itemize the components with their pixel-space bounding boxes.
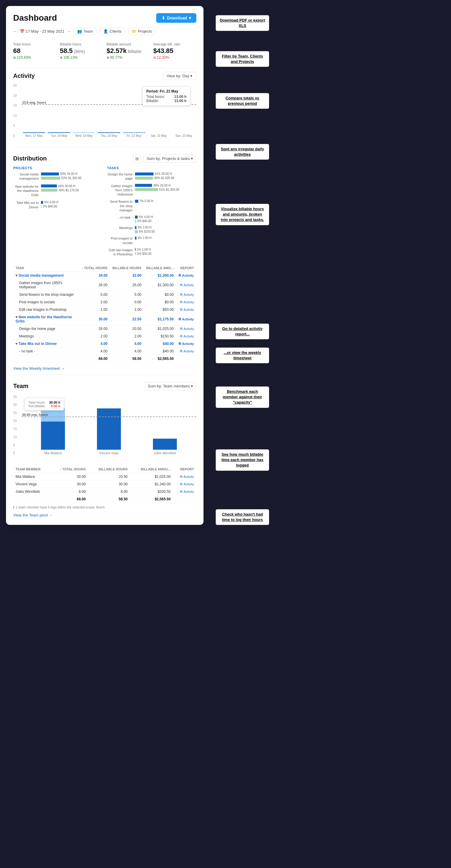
bar-3[interactable]	[98, 132, 120, 133]
bar-1[interactable]	[47, 132, 70, 133]
metric-card-3: Average bill. rate $43.85 ⊖ 12.32%	[153, 41, 196, 61]
bar-2[interactable]	[73, 132, 95, 133]
projects-filter[interactable]: 📁 Projects	[128, 28, 156, 35]
info-icon: ℹ	[13, 505, 14, 509]
nav-bar: ← 📅 17 May - 23 May 2021 → 👥 Team 👤 Clie…	[13, 28, 196, 35]
group-billable-2: 4.00	[110, 340, 143, 347]
team-bar-bottom-1	[97, 408, 121, 450]
task-item-2: Send flowers to the shop manager 7% 5.00…	[107, 199, 196, 212]
group-row-1: ▾New website for the Hawthorne Grills 30…	[13, 313, 196, 325]
task-bars-5: 3% 2.00 H	[135, 236, 196, 241]
task-light-bar-3	[135, 220, 136, 223]
task-item-1: Gather images from 1950's Hollywood 38% …	[107, 184, 196, 197]
task-name-3: - no task -	[107, 215, 133, 219]
row-activity-0-3: ⊞Activity	[176, 306, 196, 313]
projects-icon: 📁	[132, 29, 136, 34]
ann-who-hasnt[interactable]: Check who hasn't had time to log their h…	[216, 509, 269, 525]
row-activity-0-2: ⊞Activity	[176, 298, 196, 306]
team-pivot-link[interactable]: View the Team pivot →	[13, 513, 53, 517]
bar-group-4: Fri, 21 May	[123, 132, 145, 137]
row-name-1-0: Design the home page	[13, 325, 79, 332]
grid-icon[interactable]: ⊞	[133, 155, 141, 163]
table-row: Edit raw images in Photoshop 1.00 1.00 $…	[13, 306, 196, 313]
project-item-2: Take Mia out to Dinner 6% 4.00 H 2% $40.…	[13, 200, 102, 209]
tooltip-row: Billable:13.00 h	[146, 99, 187, 103]
dist-charts: PROJECTS Social media management 50% 34.…	[13, 166, 196, 259]
task-light-bar-1	[135, 188, 158, 191]
team-sum-by-button[interactable]: Sum by: Team members ▾	[144, 382, 196, 390]
row-total-0-0: 26.00	[79, 279, 110, 291]
download-icon: ⬇	[162, 16, 165, 20]
y-label: 20	[13, 94, 17, 97]
total-row: 68.00 58.50 $2,565.50	[13, 355, 196, 362]
task-bars-2: 7% 5.00 H	[135, 199, 196, 204]
dashboard-card: Dashboard ⬇ Download ▾ ← 📅 17 May - 23 M…	[6, 6, 203, 525]
ann-visualize[interactable]: Visualize billable hours and amounts, br…	[216, 204, 269, 225]
team-bar-name-0: Mia Wallace	[44, 451, 62, 455]
team-table-row: Jules Winnfield 8.00 8.00 $200.50 ⊞Activ…	[13, 488, 196, 495]
team-y-label: 0	[13, 451, 17, 455]
metric-change-1: ⊕ 106.13%	[60, 55, 103, 60]
tasks-title: TASKS	[107, 166, 196, 170]
table-header-0: TASK	[13, 265, 79, 272]
project-light-bar-2	[41, 205, 42, 208]
weekly-timesheet-link[interactable]: View the Weekly timesheet →	[13, 366, 65, 371]
team-table-header-0: TEAM MEMBER	[13, 466, 50, 473]
team-data-table: TEAM MEMBER↓ TOTAL HOURSBILLABLE HOURSBI…	[13, 466, 196, 503]
ann-weekly[interactable]: ...or view the weekly timesheet	[216, 347, 269, 364]
project-item-0: Social media management 50% 34.00 H 53% …	[13, 172, 102, 181]
team-bar-group-1: Vincent Vega	[84, 408, 135, 455]
task-name-5: Post images to socials	[107, 236, 133, 245]
group-name-0: ▾Social media management	[13, 272, 79, 279]
ann-filter[interactable]: Filter by Team, Clients and Projects	[216, 51, 269, 67]
bar-4[interactable]	[123, 132, 145, 133]
team-header: Team Sum by: Team members ▾	[13, 382, 196, 390]
prev-arrow[interactable]: ←	[13, 29, 18, 34]
group-activity-0: ⊞Activity	[176, 272, 196, 279]
task-name-1: Gather images from 1950's Hollywood	[107, 184, 133, 197]
ann-spot[interactable]: Spot any irregular daily activities	[216, 144, 269, 160]
metric-change-0: ⊕ 123.83%	[13, 55, 56, 60]
clients-filter[interactable]: 👤 Clients	[99, 28, 125, 35]
next-arrow[interactable]: →	[67, 29, 71, 34]
task-dark-bar-3	[135, 216, 138, 219]
team-filter[interactable]: 👥 Team	[73, 28, 97, 35]
metric-value-0: 68	[13, 47, 56, 55]
ann-activity-report[interactable]: Go to detailed activity report...	[216, 323, 269, 340]
table-header-3: BILLABLE AMO...	[143, 265, 176, 272]
project-name-0: Social media management	[13, 172, 39, 181]
metric-change-2: ⊕ 80.77%	[106, 55, 150, 60]
team-table-header-3: BILLABLE AMOU...	[130, 466, 173, 473]
ann-download[interactable]: Download PDF or export XLS	[216, 15, 269, 31]
dist-controls: ⊞ Sum by: Projects & tasks ▾	[133, 155, 196, 163]
y-label: 15	[13, 103, 17, 107]
ann-benchmark[interactable]: Benchmark each member against their "cap…	[216, 386, 269, 408]
main-container: Dashboard ⬇ Download ▾ ← 📅 17 May - 23 M…	[6, 6, 445, 575]
ann-billable-time[interactable]: See how much billable time each member h…	[216, 449, 269, 471]
team-bar-bottom-2	[153, 439, 177, 450]
row-billable-0-0: 26.00	[110, 279, 143, 291]
task-bars-1: 38% 26.00 H 51% $1,300.00	[135, 184, 196, 191]
metric-card-0: Total hours 68 ⊕ 123.83%	[13, 41, 56, 61]
download-button[interactable]: ⬇ Download ▾	[156, 13, 196, 23]
tooltip-rows: Total hours:13.00 hBillable:13.00 h	[146, 95, 187, 103]
team-member-name-0: Mia Wallace	[13, 473, 50, 480]
group-billable-1: 22.50	[110, 313, 143, 325]
bar-0[interactable]	[23, 132, 45, 133]
dashboard-header: Dashboard ⬇ Download ▾	[13, 13, 196, 23]
ann-compare[interactable]: Compare totals vs previous period	[216, 93, 269, 109]
metric-value-2: $2.57k Billable:	[106, 47, 150, 55]
task-bars-4: 3% 2.00 H 6% $150.50	[135, 226, 196, 233]
table-header-4: REPORT	[176, 265, 196, 272]
sum-by-button[interactable]: Sum by: Projects & tasks ▾	[143, 155, 196, 163]
projects-title: PROJECTS	[13, 166, 102, 170]
row-activity-0-0: ⊞Activity	[176, 279, 196, 291]
team-bar-stack-1[interactable]	[97, 408, 121, 450]
view-by-button[interactable]: View by: Day ▾	[163, 72, 196, 80]
team-bar-bottom-0	[41, 422, 65, 450]
team-table-header-2: BILLABLE HOURS	[88, 466, 130, 473]
row-amount-2-0: $40.00	[143, 347, 176, 355]
team-bar-stack-2[interactable]	[153, 439, 177, 450]
team-tooltip-row: Total hours:30.00 h	[28, 401, 60, 404]
tasks-bars: Design the home page 41% 28.00 H 40% $1,…	[107, 172, 196, 257]
